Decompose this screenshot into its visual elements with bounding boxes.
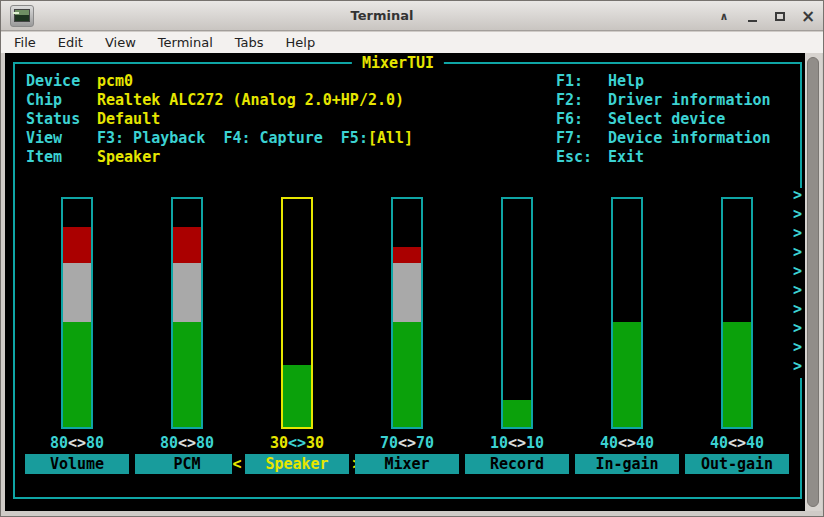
bar-segment xyxy=(393,322,421,427)
volume-bar xyxy=(611,197,643,429)
help-desc: Exit xyxy=(608,148,644,166)
minimize-icon[interactable] xyxy=(744,8,760,24)
right-value: 40 xyxy=(636,434,654,452)
help-key: F2: xyxy=(556,91,608,110)
help-row-f1: F1:Help xyxy=(556,72,644,91)
mixer-border-left xyxy=(13,62,15,499)
status-row: StatusDefault xyxy=(26,110,160,129)
mixer-control-speaker: 30<>30Speaker<> xyxy=(242,197,352,477)
scrollbar-track[interactable] xyxy=(805,53,822,511)
left-value: 70 xyxy=(380,434,398,452)
help-key: Esc: xyxy=(556,148,608,167)
scrollbar-thumb[interactable] xyxy=(807,57,819,507)
bar-segment xyxy=(63,263,91,322)
mixer-control-pcm: 80<>80PCM xyxy=(132,197,242,477)
terminal-screen[interactable]: MixerTUI Devicepcm0 ChipRealtek ALC272 (… xyxy=(5,53,805,511)
volume-bar-fill xyxy=(393,247,421,427)
mixer-border-bottom xyxy=(13,497,802,499)
volume-values: 40<>40 xyxy=(682,435,792,452)
help-key: F7: xyxy=(556,129,608,148)
control-label: Speaker<> xyxy=(245,454,349,474)
status-value: Default xyxy=(97,110,160,128)
terminal-app-icon xyxy=(10,5,34,27)
volume-bar xyxy=(171,197,203,429)
bar-segment xyxy=(613,322,641,427)
device-label: Device xyxy=(26,72,97,91)
control-label: Mixer xyxy=(355,454,459,474)
left-value: 40 xyxy=(710,434,728,452)
help-key: F6: xyxy=(556,110,608,129)
volume-values: 80<>80 xyxy=(132,435,242,452)
control-label: In-gain xyxy=(575,454,679,474)
left-value: 80 xyxy=(50,434,68,452)
mixer-control-in-gain: 40<>40In-gain xyxy=(572,197,682,477)
volume-bar-fill xyxy=(63,227,91,427)
maximize-icon[interactable] xyxy=(772,8,788,24)
device-row: Devicepcm0 xyxy=(26,72,133,91)
value-separator: <> xyxy=(398,434,416,452)
item-value: Speaker xyxy=(97,148,160,166)
help-row-esc: Esc:Exit xyxy=(556,148,644,167)
shade-icon[interactable]: ∧ xyxy=(716,8,732,24)
volume-values: 10<>10 xyxy=(462,435,572,452)
terminal-icon-screen xyxy=(14,9,30,22)
view-current-mode: [All] xyxy=(368,129,413,147)
left-value: 80 xyxy=(160,434,178,452)
menu-bar: File Edit View Terminal Tabs Help xyxy=(1,32,823,53)
volume-values: 40<>40 xyxy=(572,435,682,452)
bar-segment xyxy=(393,263,421,322)
right-value: 30 xyxy=(306,434,324,452)
bar-segment xyxy=(63,322,91,427)
close-icon[interactable]: × xyxy=(800,8,816,24)
volume-bar xyxy=(721,197,753,429)
help-desc: Device information xyxy=(608,129,771,147)
mixer-border-right-lower xyxy=(800,378,802,499)
chip-row: ChipRealtek ALC272 (Analog 2.0+HP/2.0) xyxy=(26,91,404,110)
window-title: Terminal xyxy=(351,1,414,31)
menu-item-tabs[interactable]: Tabs xyxy=(235,35,264,50)
window-titlebar: Terminal ∧ × xyxy=(1,1,823,31)
bar-segment xyxy=(393,247,421,263)
status-label: Status xyxy=(26,110,97,129)
value-separator: <> xyxy=(728,434,746,452)
help-desc: Driver information xyxy=(608,91,771,109)
mixer-control-mixer: 70<>70Mixer xyxy=(352,197,462,477)
bar-segment xyxy=(173,263,201,322)
help-row-f6: F6:Select device xyxy=(556,110,725,129)
right-value: 80 xyxy=(196,434,214,452)
control-label: Out-gain xyxy=(685,454,789,474)
bar-segment xyxy=(503,400,531,427)
menu-item-view[interactable]: View xyxy=(105,35,136,50)
value-separator: <> xyxy=(288,434,306,452)
bar-segment xyxy=(173,227,201,263)
mixer-control-volume: 80<>80Volume xyxy=(22,197,132,477)
mixer-control-out-gain: 40<>40Out-gain xyxy=(682,197,792,477)
value-separator: <> xyxy=(508,434,526,452)
value-separator: <> xyxy=(178,434,196,452)
menu-item-help[interactable]: Help xyxy=(286,35,316,50)
chip-value: Realtek ALC272 (Analog 2.0+HP/2.0) xyxy=(97,91,404,109)
right-value: 80 xyxy=(86,434,104,452)
control-label: PCM xyxy=(135,454,239,474)
volume-bar xyxy=(61,197,93,429)
menu-item-file[interactable]: File xyxy=(14,35,36,50)
mixer-control-record: 10<>10Record xyxy=(462,197,572,477)
mixer-title: MixerTUI xyxy=(352,54,444,73)
help-desc: Select device xyxy=(608,110,725,128)
device-value: pcm0 xyxy=(97,72,133,90)
volume-bar-fill xyxy=(173,227,201,427)
item-row: ItemSpeaker xyxy=(26,148,160,167)
help-row-f7: F7:Device information xyxy=(556,129,771,148)
volume-bar-fill xyxy=(503,400,531,427)
volume-values: 30<>30 xyxy=(242,435,352,452)
control-label: Volume xyxy=(25,454,129,474)
menu-item-terminal[interactable]: Terminal xyxy=(158,35,213,50)
right-value: 70 xyxy=(416,434,434,452)
right-value: 10 xyxy=(526,434,544,452)
item-label: Item xyxy=(26,148,97,167)
value-separator: <> xyxy=(618,434,636,452)
bar-segment xyxy=(283,365,311,427)
bar-segment xyxy=(63,227,91,263)
menu-item-edit[interactable]: Edit xyxy=(58,35,83,50)
terminal-icon-prompt xyxy=(13,12,19,14)
